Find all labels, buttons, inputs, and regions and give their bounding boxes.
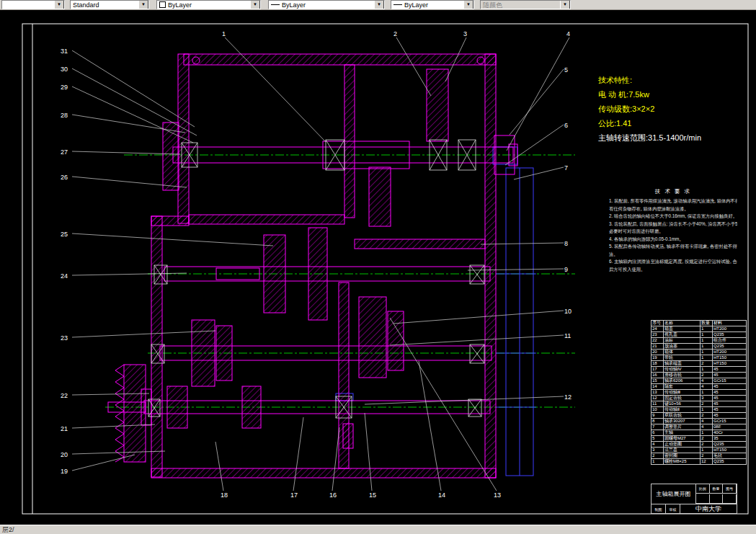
drawing-canvas[interactable]: 技术特性: 电 动 机:7.5kw传动级数:3×2×2公比:1.41主轴转速范围… [0,10,756,525]
parts-cell: 箱体 [664,350,701,355]
parts-cell: 3 [701,396,713,401]
text-style-combo[interactable]: Standard ▼ [70,0,149,9]
lineweight-combo[interactable]: ByLayer ▼ [391,0,474,9]
tech-spec-block: 技术特性: 电 动 机:7.5kw传动级数:3×2×2公比:1.41主轴转速范围… [598,75,701,147]
parts-cell: 1 [701,367,713,373]
callout-number-29: 29 [61,84,68,91]
parts-cell: 18 [652,361,664,367]
parts-cell: 轴承6206 [664,378,701,384]
callout-number-20: 20 [61,451,68,458]
parts-cell: 4 [701,378,713,384]
dropdown-arrow-icon[interactable]: ▼ [374,0,384,9]
parts-cell: Q235 [713,442,747,448]
table-row: 20箱体1HT200 [652,350,747,355]
parts-cell: 22 [652,338,664,344]
table-row: 4止动垫圈2Q235 [652,442,747,448]
leader-line [365,413,372,491]
callout-number-24: 24 [61,272,68,280]
plot-style-value: 随颜色 [483,1,502,9]
parts-cell: 传动轴Ⅲ [664,390,701,396]
leader-line [393,311,564,324]
status-text: 层2/ [2,525,14,534]
parts-cell: 密封圈 [664,453,701,459]
title-block-field [696,494,710,504]
parts-cell: 23 [652,332,664,338]
parts-cell: 14 [652,384,664,390]
parts-cell: 45 [713,384,747,390]
color-swatch-icon [159,1,166,8]
parts-cell: 1 [701,407,713,413]
table-row: 17传动轴Ⅳ145 [652,367,747,373]
dropdown-arrow-icon[interactable]: ▼ [54,0,64,9]
parts-cell: 带轮 [664,355,701,361]
organization-name: 中南大学 [680,504,737,514]
dropdown-arrow-icon[interactable]: ▼ [250,0,260,9]
callout-number-15: 15 [369,491,376,499]
callout-number-8: 8 [564,240,568,247]
callout-number-16: 16 [329,491,337,499]
dropdown-arrow-icon[interactable]: ▼ [138,0,148,9]
parts-cell: 40Cr [713,430,747,436]
color-combo[interactable]: ByLayer ▼ [156,0,261,9]
title-block: 主轴箱展开图 比例 数量 图号 制图 审核 中南大学 [651,484,737,514]
parts-cell: 16 [652,373,664,378]
parts-cell: 2 [701,436,713,442]
table-row: 9双联齿轮245 [652,413,747,419]
callout-number-14: 14 [438,491,445,499]
leader-line [390,335,564,345]
parts-cell: 15 [652,378,664,384]
parts-cell: 45 [713,407,747,413]
parts-cell: 双联齿轮 [664,413,701,419]
callout-number-1: 1 [222,30,226,37]
parts-cell: 法兰盘 [664,448,701,453]
callout-number-3: 3 [463,30,467,37]
callout-number-9: 9 [564,266,568,273]
lineweight-value: ByLayer [404,1,428,9]
parts-cell: GCr15 [713,419,747,424]
parts-cell: 毛毡 [713,453,747,459]
tech-req-line: 有任何杂物存在, 箱体内壁涂耐油油漆。 [609,205,737,213]
parts-cell: 组合件 [713,338,747,344]
style-combo-blank[interactable]: ▼ [1,0,65,9]
tech-req-line: 6. 主轴箱内注润滑油至油标规定高度, 按规定进行空运转试验, 合格 [609,258,737,266]
parts-cell: 13 [652,390,664,396]
parts-cell: 24 [652,326,664,332]
parts-cell: 箱盖 [664,326,701,332]
tech-req-title: 技 术 要 求 [609,188,737,197]
parts-cell: 2 [652,453,664,459]
parts-cell: 3 [652,448,664,453]
callout-number-4: 4 [566,30,570,37]
parts-cell: 20 [652,350,664,355]
table-row: 5圆螺母M27235 [652,436,747,442]
leader-line [72,233,273,246]
callout-number-25: 25 [61,231,68,238]
parts-cell: 45 [713,367,747,373]
leader-line [505,125,564,165]
callout-number-26: 26 [61,174,68,181]
table-row: 1螺栓M8×2512Q235 [652,459,747,465]
parts-cell: HT150 [713,448,747,453]
title-block-field: 比例 [696,484,710,494]
tech-req-line: 必要时可对齿面进行研磨。 [609,228,737,236]
parts-cell: 10 [652,407,664,413]
parts-cell: 1 [701,355,713,361]
tech-req-block: 技 术 要 求 1. 装配前, 所有零件用煤油清洗, 滚动轴承用汽油清洗, 箱体… [609,188,737,273]
linetype-combo[interactable]: ByLayer ▼ [268,0,385,9]
parts-cell: 11 [652,401,664,407]
parts-cell: Q235 [713,459,747,465]
parts-cell: 35 [713,436,747,442]
callout-number-21: 21 [61,425,68,432]
parts-cell: GCr15 [713,378,747,384]
tech-spec-title: 技术特性: [598,75,701,89]
dropdown-arrow-icon[interactable]: ▼ [463,0,473,9]
properties-toolbar: ▼ Standard ▼ ByLayer ▼ ByLayer ▼ ByLayer… [0,0,756,10]
parts-list-table: 序号名称数量材料 24箱盖1HT20023视孔盖1Q23522油标1组合件21放… [651,320,747,465]
dropdown-arrow-icon: ▼ [560,0,570,9]
parts-cell: 45 [713,401,747,407]
callout-number-23: 23 [61,334,68,342]
parts-cell: 传动轴Ⅳ [664,367,701,373]
parts-cell: HT200 [713,350,747,355]
parts-cell: 4 [701,419,713,424]
title-block-field: 数量 [710,484,724,494]
table-row: 2密封圈2毛毡 [652,453,747,459]
